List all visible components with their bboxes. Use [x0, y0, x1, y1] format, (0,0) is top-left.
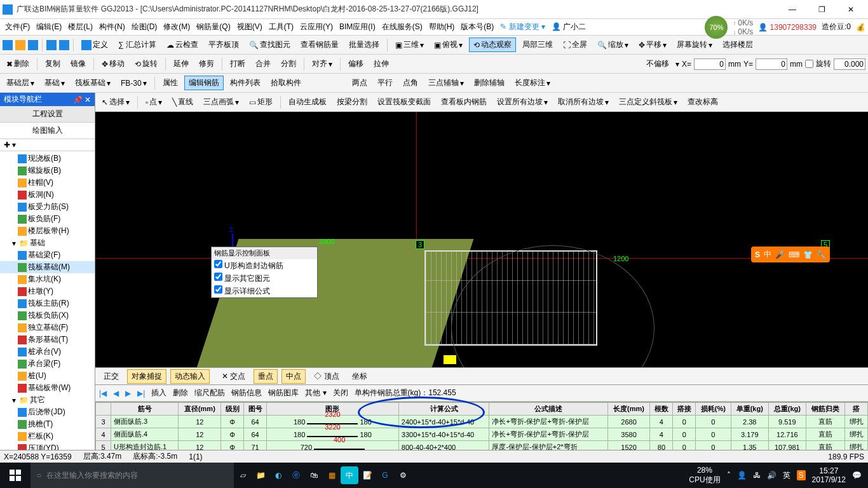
- person-icon[interactable]: 👕: [803, 250, 813, 259]
- dyn-input-toggle[interactable]: 动态输入: [170, 369, 210, 384]
- set-raft-button[interactable]: 设置筏板变截面: [374, 95, 435, 109]
- menu-edit[interactable]: 编辑(E): [34, 20, 64, 34]
- col-header[interactable]: 公式描述: [489, 403, 607, 416]
- split-button[interactable]: 分割: [277, 57, 300, 71]
- tree-item[interactable]: 基础板带(W): [0, 382, 95, 394]
- tree-item[interactable]: 独立基础(F): [0, 322, 95, 334]
- fullscreen-button[interactable]: ⛶ 全屏: [559, 38, 591, 51]
- tree-item[interactable]: 桩(U): [0, 370, 95, 382]
- wrench-icon[interactable]: 🔧: [817, 250, 826, 259]
- tree-item[interactable]: 筏板主筋(R): [0, 297, 95, 309]
- app-icon-3[interactable]: ▦: [323, 466, 341, 484]
- local-3d-button[interactable]: 局部三维: [519, 38, 557, 51]
- col-header[interactable]: 搭接: [673, 403, 696, 416]
- screen-rotate-button[interactable]: 屏幕旋转 ▾: [673, 38, 716, 51]
- tray-ime-indicator[interactable]: 英: [783, 470, 790, 481]
- copy-button[interactable]: 复制: [41, 57, 64, 71]
- mid-toggle[interactable]: 中点: [281, 369, 306, 384]
- rebar-lib-button[interactable]: 钢筋图库: [268, 388, 299, 398]
- osnap-toggle[interactable]: 对象捕捉: [127, 369, 166, 384]
- len-dim-button[interactable]: 长度标注 ▾: [511, 76, 554, 90]
- panel-opt-2[interactable]: 显示详细公式: [212, 285, 317, 297]
- perp-toggle[interactable]: 垂点: [254, 369, 278, 384]
- col-header[interactable]: 图号: [244, 403, 267, 416]
- auto-slab-button[interactable]: 自动生成板: [285, 95, 330, 109]
- beam-split-button[interactable]: 按梁分割: [333, 95, 371, 109]
- insert-button[interactable]: 插入: [151, 388, 166, 398]
- rotate-button[interactable]: ⟲ 旋转: [131, 57, 161, 71]
- next-icon[interactable]: ▶: [125, 389, 131, 398]
- tray-vol-icon[interactable]: 🔊: [767, 471, 776, 480]
- break-button[interactable]: 打断: [226, 57, 249, 71]
- cloud-check-button[interactable]: ☁ 云检查: [163, 38, 202, 51]
- comp-list-button[interactable]: 构件列表: [226, 76, 264, 90]
- cancel-slope-button[interactable]: 取消所有边坡 ▾: [554, 95, 613, 109]
- other-button[interactable]: 其他 ▾: [305, 388, 326, 398]
- grid-delete-button[interactable]: 删除: [173, 388, 188, 398]
- merge-button[interactable]: 合并: [252, 57, 275, 71]
- section-project[interactable]: 工程设置: [0, 106, 95, 123]
- arc3-button[interactable]: 三点画弧 ▾: [200, 95, 243, 109]
- panel-opt-0[interactable]: U形构造封边钢筋: [212, 259, 317, 272]
- menu-file[interactable]: 文件(F): [3, 20, 32, 34]
- redo-icon[interactable]: [59, 40, 69, 50]
- start-button[interactable]: [0, 463, 31, 488]
- col-header[interactable]: 级别: [221, 403, 244, 416]
- tray-notify-icon[interactable]: 💬: [852, 471, 862, 480]
- select-floor-button[interactable]: 选择楼层: [719, 38, 757, 51]
- tree-item[interactable]: 基础梁(F): [0, 249, 95, 261]
- vertex-toggle[interactable]: ◇ 顶点: [309, 369, 343, 384]
- pick-button[interactable]: 拾取构件: [267, 76, 305, 90]
- tree-other[interactable]: ▾📁 其它: [0, 394, 95, 406]
- y-input[interactable]: [756, 58, 787, 70]
- menu-draw[interactable]: 绘图(D): [129, 20, 160, 34]
- menu-rebar[interactable]: 钢筋量(Q): [194, 20, 233, 34]
- sogou-ime-bar[interactable]: S 中 🎤 ⌨ 👕 🔧: [751, 247, 830, 262]
- layer1-combo[interactable]: 基础层 ▾: [3, 76, 38, 90]
- col-header[interactable]: 直径(mm): [179, 403, 221, 416]
- edge-icon[interactable]: ⓔ: [287, 466, 305, 484]
- col-header[interactable]: 筋号: [111, 403, 179, 416]
- line-button[interactable]: ╲ 直线: [168, 95, 197, 109]
- store-icon[interactable]: 🛍: [305, 466, 323, 484]
- open-icon[interactable]: [15, 40, 25, 50]
- app-icon-5[interactable]: 📝: [358, 466, 376, 484]
- new-change-button[interactable]: ✎ 新建变更 ▾: [498, 20, 548, 34]
- tree-item[interactable]: 条形基础(T): [0, 334, 95, 346]
- prev-icon[interactable]: ◀: [113, 389, 119, 398]
- tree-item[interactable]: 板洞(N): [0, 189, 95, 201]
- close-grid-button[interactable]: 关闭: [333, 388, 348, 398]
- menu-help[interactable]: 帮助(H): [426, 20, 458, 34]
- tray-net-icon[interactable]: 🖧: [753, 471, 761, 480]
- change-elev-button[interactable]: 查改标高: [684, 95, 722, 109]
- rotate-checkbox[interactable]: [805, 60, 813, 68]
- tree-item[interactable]: 柱墩(Y): [0, 285, 95, 297]
- first-icon[interactable]: |◀: [99, 389, 107, 398]
- dynamic-view-button[interactable]: ⟲ 动态观察: [469, 37, 516, 52]
- rebar-display-panel[interactable]: 钢筋显示控制面板 U形构造封边钢筋 显示其它图元 显示详细公式: [211, 247, 318, 298]
- mirror-button[interactable]: 镜像: [67, 57, 90, 71]
- pan-button[interactable]: ✥ 平移 ▾: [635, 38, 670, 51]
- batch-select-button[interactable]: 批量选择: [345, 38, 383, 51]
- menu-modify[interactable]: 修改(M): [161, 20, 193, 34]
- viewport[interactable]: 3300 1200 3 5 z x 钢筋显示控制面板 U形构造封边钢筋 显示其它…: [95, 112, 868, 367]
- view-rebar-button[interactable]: 查看钢筋量: [297, 38, 342, 51]
- three-slope-button[interactable]: 三点定义斜筏板 ▾: [615, 95, 681, 109]
- menu-cloud[interactable]: 云应用(Y): [297, 20, 336, 34]
- menu-bim[interactable]: BIM应用(I): [337, 20, 378, 34]
- layer3-combo[interactable]: 筏板基础 ▾: [71, 76, 114, 90]
- col-header[interactable]: 损耗(%): [696, 403, 731, 416]
- windows-taskbar[interactable]: ○ 在这里输入你要搜索的内容 ▱ 📁 ◐ ⓔ 🛍 ▦ 中 📝 G ⚙ 28%CP…: [0, 463, 868, 488]
- app-icon-2[interactable]: ◐: [269, 466, 287, 484]
- parallel-button[interactable]: 平行: [374, 76, 397, 90]
- offset-mode-combo[interactable]: 不偏移: [642, 57, 673, 71]
- view-slab-rebar-button[interactable]: 查看板内钢筋: [437, 95, 491, 109]
- panel-opt-1[interactable]: 显示其它图元: [212, 272, 317, 285]
- tree-item[interactable]: 后浇带(JD): [0, 406, 95, 418]
- layer2-combo[interactable]: 基础 ▾: [41, 76, 69, 90]
- coin-label[interactable]: 造价豆:0: [822, 22, 851, 32]
- col-header[interactable]: 总重(kg): [768, 403, 806, 416]
- select-button[interactable]: ↖ 选择 ▾: [98, 95, 133, 109]
- menu-version[interactable]: 版本号(B): [458, 20, 496, 34]
- x-input[interactable]: [694, 58, 726, 70]
